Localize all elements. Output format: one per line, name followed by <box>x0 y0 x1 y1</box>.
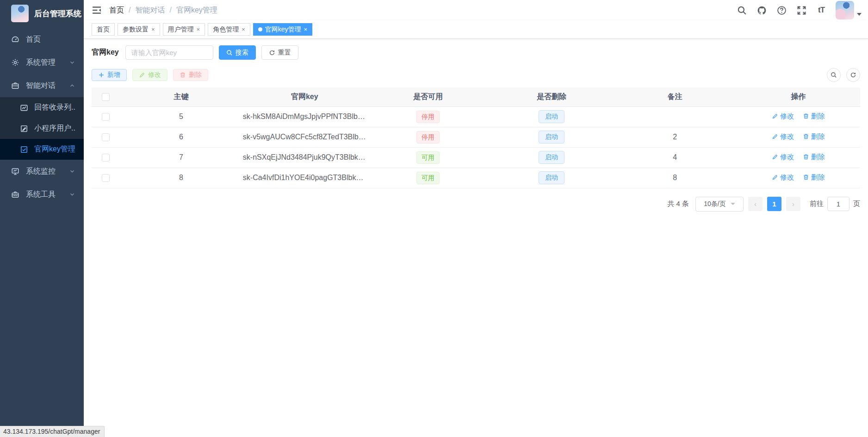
caret-down-icon <box>857 13 862 16</box>
sidebar-item-miniprogram-users[interactable]: 小程序用户... <box>0 118 84 139</box>
font-size-button[interactable]: tT <box>813 2 830 19</box>
github-link-button[interactable] <box>753 2 770 19</box>
row-delete-link[interactable]: 删除 <box>803 173 825 182</box>
question-icon <box>777 6 787 15</box>
breadcrumb-home[interactable]: 首页 <box>109 6 124 15</box>
help-button[interactable] <box>773 2 790 19</box>
trash-icon <box>803 154 809 160</box>
breadcrumb-separator: / <box>169 6 171 14</box>
close-icon[interactable]: × <box>242 26 245 32</box>
search-icon <box>226 50 233 56</box>
row-edit-link[interactable]: 修改 <box>772 112 794 121</box>
sidebar-collapse-icon[interactable] <box>92 5 102 15</box>
toggle-search-button[interactable] <box>827 68 841 82</box>
status-badge: 可用 <box>416 172 440 184</box>
tab-role-management[interactable]: 角色管理 × <box>208 23 250 36</box>
refresh-table-button[interactable] <box>846 68 860 82</box>
fullscreen-button[interactable] <box>793 2 810 19</box>
sidebar-item-label: 小程序用户... <box>34 124 75 133</box>
row-edit-link[interactable]: 修改 <box>772 173 794 182</box>
cell-key: sk-nSXqEjJNd3484Pjuk9QyT3BlbkFJ8U... <box>243 147 366 168</box>
sidebar-item-system-tools[interactable]: 系统工具 <box>0 183 84 206</box>
website-key-input[interactable] <box>125 45 213 60</box>
pagination-goto: 前往 页 <box>810 197 860 211</box>
next-page-button[interactable]: › <box>786 197 800 211</box>
edit-button[interactable]: 修改 <box>132 69 167 81</box>
cell-key: sk-v5wgAUCw8CFc5cf8ZTedT3BlbkFJaF... <box>243 127 366 147</box>
sidebar-item-answer-list[interactable]: 回答收录列... <box>0 97 84 118</box>
sidebar-item-label: 系统监控 <box>26 167 69 176</box>
row-edit-link[interactable]: 修改 <box>772 153 794 162</box>
toolbar-right-actions <box>827 68 860 82</box>
goto-label: 前往 <box>810 200 824 208</box>
sidebar-item-system-management[interactable]: 系统管理 <box>0 51 84 74</box>
refresh-icon <box>850 72 856 78</box>
cell-id: 6 <box>119 127 243 147</box>
close-icon[interactable]: × <box>151 26 155 32</box>
tab-user-management[interactable]: 用户管理 × <box>163 23 205 36</box>
activate-button[interactable]: 启动 <box>539 131 564 144</box>
active-tab-dot <box>258 27 262 31</box>
table-row: 6 sk-v5wgAUCw8CFc5cf8ZTedT3BlbkFJaF... 停… <box>92 127 860 147</box>
column-header-key: 官网key <box>243 87 366 106</box>
sidebar-logo[interactable]: 后台管理系统 <box>0 0 84 27</box>
chevron-down-icon <box>731 203 735 205</box>
delete-button[interactable]: 删除 <box>173 69 208 81</box>
goto-page-input[interactable] <box>827 197 849 211</box>
tab-label: 官网key管理 <box>265 25 301 34</box>
row-checkbox[interactable] <box>102 113 110 121</box>
gear-icon <box>11 58 19 67</box>
add-button[interactable]: 新增 <box>92 69 127 81</box>
status-badge: 可用 <box>416 151 440 164</box>
row-checkbox[interactable] <box>102 174 110 182</box>
row-delete-link[interactable]: 删除 <box>803 153 825 162</box>
row-checkbox[interactable] <box>102 154 110 162</box>
tab-parameter-settings[interactable]: 参数设置 × <box>118 23 160 36</box>
sidebar-item-smart-chat[interactable]: 智能对话 <box>0 74 84 97</box>
refresh-icon <box>269 50 275 56</box>
row-delete-link[interactable]: 删除 <box>803 112 825 121</box>
main-area: 首页 / 智能对话 / 官网key管理 <box>84 0 868 437</box>
activate-button[interactable]: 启动 <box>539 110 564 123</box>
fullscreen-icon <box>797 6 806 15</box>
reset-button[interactable]: 重置 <box>261 45 298 60</box>
tab-label: 参数设置 <box>123 25 149 34</box>
prev-page-button[interactable]: ‹ <box>748 197 763 211</box>
cell-id: 5 <box>119 106 243 127</box>
close-icon[interactable]: × <box>197 26 200 32</box>
navbar-actions: tT <box>733 1 862 19</box>
tags-view: 首页 参数设置 × 用户管理 × 角色管理 × 官网key管理 × <box>84 20 868 39</box>
sidebar-item-home[interactable]: 首页 <box>0 28 84 51</box>
chevron-down-icon <box>69 59 75 66</box>
search-form: 官网key 搜索 重置 <box>92 45 860 60</box>
tab-label: 用户管理 <box>168 25 194 34</box>
page-number-1[interactable]: 1 <box>767 197 781 211</box>
close-icon[interactable]: × <box>304 26 308 32</box>
goto-suffix: 页 <box>853 200 860 208</box>
page-size-select[interactable]: 10条/页 <box>695 197 744 212</box>
row-delete-link[interactable]: 删除 <box>803 132 825 141</box>
select-all-checkbox[interactable] <box>102 93 110 101</box>
sidebar-item-system-monitor[interactable]: 系统监控 <box>0 160 84 183</box>
header-search-button[interactable] <box>733 2 750 19</box>
cell-key: sk-hkSM8AiDmMgsJpjvPPfNT3BlbkFJhE... <box>243 106 366 127</box>
sidebar-item-website-key-management[interactable]: 官网key管理 <box>0 139 84 160</box>
pencil-icon <box>772 113 778 119</box>
table-toolbar: 新增 修改 删除 <box>92 68 860 82</box>
cell-id: 7 <box>119 147 243 168</box>
search-icon <box>831 72 837 78</box>
tab-label: 角色管理 <box>213 25 239 34</box>
status-badge: 停用 <box>416 111 440 123</box>
page-content: 官网key 搜索 重置 新增 修改 <box>84 39 868 437</box>
tab-website-key-management[interactable]: 官网key管理 × <box>253 23 312 36</box>
column-header-id: 主键 <box>119 87 243 106</box>
tab-home[interactable]: 首页 <box>92 23 115 36</box>
cell-key: sk-Ca4IvfDi1hYOE4i0pagGT3BlbkFJ6dv3... <box>243 168 366 188</box>
activate-button[interactable]: 启动 <box>539 151 564 164</box>
search-button[interactable]: 搜索 <box>219 45 256 60</box>
activate-button[interactable]: 启动 <box>539 171 564 184</box>
breadcrumb-separator: / <box>129 6 130 14</box>
user-menu[interactable] <box>836 1 862 19</box>
row-checkbox[interactable] <box>102 133 110 141</box>
row-edit-link[interactable]: 修改 <box>772 132 794 141</box>
